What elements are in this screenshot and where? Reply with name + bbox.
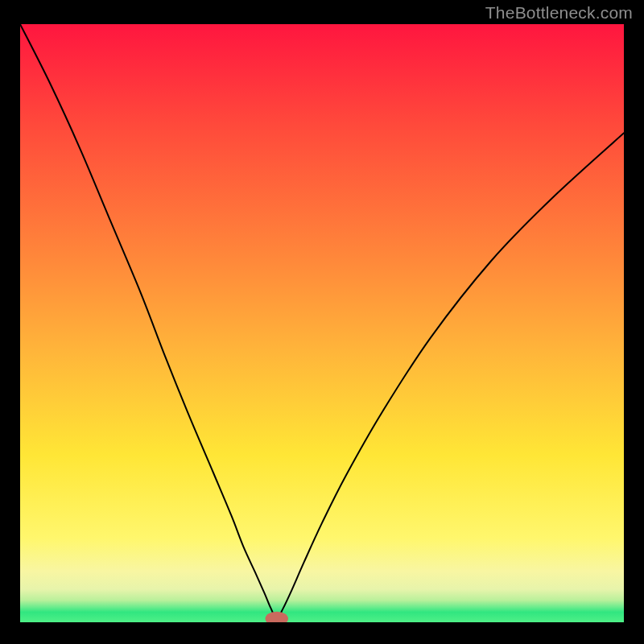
watermark: TheBottleneck.com xyxy=(485,3,633,23)
plot-area xyxy=(20,24,624,622)
gradient-background xyxy=(20,24,624,622)
bottleneck-chart xyxy=(20,24,624,622)
chart-frame: TheBottleneck.com xyxy=(0,0,644,644)
